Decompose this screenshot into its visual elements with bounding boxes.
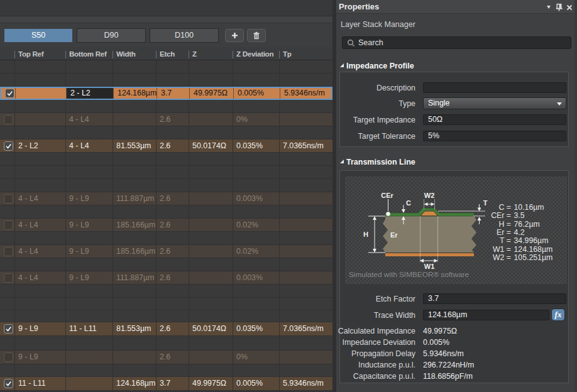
svg-text:Er =: Er = [497,228,511,237]
svg-text:T: T [483,199,488,207]
svg-text:C =: C = [499,203,511,212]
svg-text:105.251µm: 105.251µm [514,253,553,262]
svg-text:T =: T = [500,236,511,245]
svg-text:4.2: 4.2 [514,228,525,237]
svg-text:124.168µm: 124.168µm [514,245,553,254]
svg-text:3.5: 3.5 [514,211,525,220]
svg-text:W2: W2 [424,192,435,199]
svg-text:CEr =: CEr = [491,211,511,220]
svg-text:CEr: CEr [381,192,393,199]
svg-text:W2 =: W2 = [493,253,511,262]
svg-text:H =: H = [499,220,511,229]
svg-text:W1 =: W1 = [493,245,511,254]
svg-text:34.996µm: 34.996µm [514,236,549,245]
svg-text:10.16µm: 10.16µm [514,203,544,212]
svg-text:76.2µm: 76.2µm [514,220,540,229]
svg-text:H: H [363,231,368,238]
svg-text:Simulated with SIMBEOR® softwa: Simulated with SIMBEOR® software [349,270,469,279]
svg-text:W1: W1 [424,263,435,270]
svg-text:C: C [406,199,411,207]
svg-text:Er: Er [390,231,398,239]
